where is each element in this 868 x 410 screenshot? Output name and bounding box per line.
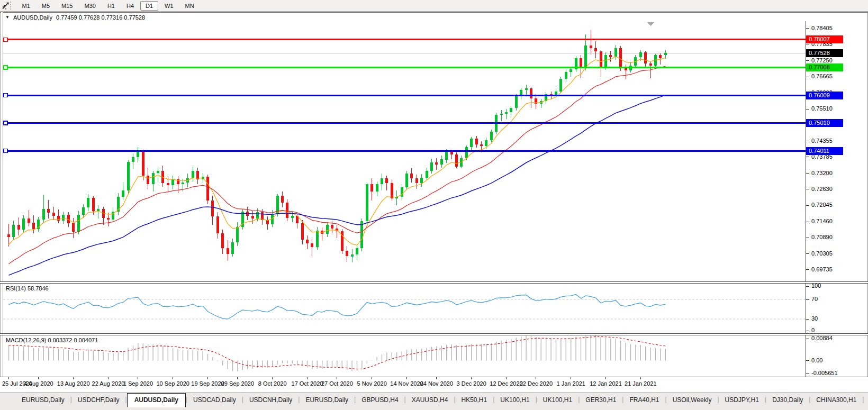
- date-label: 22 Aug 2020: [92, 380, 125, 387]
- tab-usoil[interactable]: USOil,: [864, 394, 868, 406]
- date-label: 29 Sep 2020: [221, 380, 254, 387]
- chart-shift-marker[interactable]: [647, 22, 654, 26]
- chart-symbol-label: AUDUSD,Daily: [13, 14, 52, 21]
- price-tick-label: 0.70305: [811, 250, 833, 257]
- tab-eurusd-daily[interactable]: EURUSD,Daily: [300, 394, 354, 406]
- price-tick-label: 0.70890: [811, 234, 833, 240]
- price-tick-label: 0.74355: [811, 138, 833, 144]
- date-label: 8 Oct 2020: [258, 380, 287, 387]
- horizontal-line-anchor[interactable]: [4, 66, 7, 69]
- macd-tick-label: 0.00884: [811, 335, 833, 341]
- horizontal-line-anchor[interactable]: [4, 121, 7, 125]
- toolbar-grip[interactable]: [10, 2, 13, 10]
- price-tick-label: 0.78405: [811, 25, 833, 31]
- price-tick-label: 0.77250: [811, 57, 833, 63]
- tab-audusd-daily[interactable]: AUDUSD,Daily: [127, 393, 186, 407]
- chart-tab-bar: EURUSD,Daily|USDCHF,Daily|AUDUSD,Daily|U…: [0, 392, 868, 410]
- date-label: 17 Oct 2020: [292, 380, 323, 387]
- candlesticks: [7, 30, 667, 262]
- horizontal-line-anchor[interactable]: [4, 149, 7, 153]
- tab-hk50-h1[interactable]: HK50,H1: [456, 394, 493, 406]
- tab-uk100-h1[interactable]: UK100,H1: [494, 394, 535, 406]
- date-label: 22 Dec 2020: [520, 380, 553, 387]
- chart-title-row: ▼ AUDUSD,Daily 0.77459 0.77628 0.77316 0…: [5, 14, 145, 21]
- date-label: 19 Sep 2020: [191, 380, 224, 387]
- rsi-tick-label: 100: [811, 283, 821, 289]
- main-price-chart[interactable]: [3, 21, 806, 281]
- timeframe-buttons: M1M5M15M30H1H4D1W1MN: [16, 1, 200, 11]
- tab-dj30-daily[interactable]: DJ30,Daily: [766, 394, 809, 406]
- timeframe-button-w1[interactable]: W1: [159, 1, 179, 11]
- timeframe-toolbar: ▾ M1M5M15M30H1H4D1W1MN: [0, 0, 868, 12]
- tab-ger30-h1[interactable]: GER30,H1: [580, 394, 622, 406]
- price-tick-label: 0.76665: [811, 73, 833, 79]
- price-level-label-0.74011: 0.74011: [806, 147, 843, 155]
- tab-china300-h1[interactable]: CHINA300,H1: [810, 394, 862, 406]
- tab-xauusd-h4[interactable]: XAUUSD,H4: [406, 394, 454, 406]
- horizontal-line-anchor[interactable]: [4, 94, 7, 97]
- trading-platform-window: ▾ M1M5M15M30H1H4D1W1MN ▼ AUDUSD,Daily 0.…: [0, 0, 868, 410]
- tab-eurusd-daily[interactable]: EURUSD,Daily: [16, 394, 70, 406]
- date-label: 1 Jan 2021: [556, 380, 585, 387]
- price-tick-label: 0.75510: [811, 105, 833, 112]
- chart-tool-icon: [2, 2, 10, 10]
- timeframe-button-m1[interactable]: M1: [17, 1, 35, 11]
- rsi-tick-label: 70: [811, 296, 818, 302]
- current-price-label: 0.77528: [806, 49, 843, 57]
- rsi-pane[interactable]: [3, 284, 806, 333]
- price-axis: 0.784050.778350.772500.766650.760800.755…: [806, 21, 868, 281]
- date-label: 14 Nov 2020: [390, 380, 423, 387]
- timeframe-button-mn[interactable]: MN: [180, 1, 200, 11]
- tab-fra40-h1[interactable]: FRA40,H1: [623, 394, 665, 406]
- price-tick-label: 0.72630: [811, 186, 833, 192]
- tab-usdjpy-h1[interactable]: USDJPY,H1: [719, 394, 765, 406]
- price-tick-label: 0.73200: [811, 170, 833, 176]
- tab-usoil-weekly[interactable]: USOil,Weekly: [667, 394, 718, 406]
- price-level-label-0.77008: 0.77008: [806, 63, 843, 71]
- date-label: 10 Sep 2020: [156, 380, 189, 387]
- timeframe-button-h1[interactable]: H1: [102, 1, 120, 11]
- timeframe-button-m30[interactable]: M30: [79, 1, 101, 11]
- macd-axis: 0.008840.00-0.005651: [806, 335, 868, 377]
- date-label: 12 Jan 2021: [590, 380, 622, 387]
- date-label: 5 Nov 2020: [357, 380, 387, 387]
- timeframe-button-m15[interactable]: M15: [56, 1, 78, 11]
- date-label: 1 Sep 2020: [123, 380, 153, 387]
- price-level-label-0.75010: 0.75010: [806, 119, 843, 127]
- price-level-label-0.78007: 0.78007: [806, 35, 843, 43]
- macd-indicator-label: MACD(12,26,9) 0.003372 0.004071: [6, 337, 98, 343]
- date-label: 24 Nov 2020: [420, 380, 453, 387]
- tab-usdcad-daily[interactable]: USDCAD,Daily: [187, 394, 242, 406]
- date-label: 4 Aug 2020: [24, 380, 53, 387]
- date-label: 3 Dec 2020: [457, 380, 486, 387]
- macd-tick-label: -0.005651: [811, 370, 838, 376]
- rsi-tick-label: 30: [811, 315, 818, 322]
- moving-average-slow-blue: [9, 95, 666, 276]
- rsi-tick-label: 0: [811, 327, 815, 333]
- date-axis: 25 Jul 20204 Aug 202013 Aug 202022 Aug 2…: [0, 377, 868, 392]
- price-tick-label: 0.69735: [811, 266, 833, 272]
- timeframe-button-d1[interactable]: D1: [140, 1, 158, 11]
- rsi-axis: 10070300: [806, 284, 868, 333]
- date-label: 21 Jan 2021: [625, 380, 657, 387]
- date-label: 13 Aug 2020: [57, 380, 90, 387]
- tab-usdcnh-daily[interactable]: USDCNH,Daily: [243, 394, 298, 406]
- chart-window-top-border: [0, 12, 868, 13]
- tab-usdchf-daily[interactable]: USDCHF,Daily: [72, 394, 125, 406]
- horizontal-line-anchor[interactable]: [4, 38, 7, 41]
- rsi-indicator-label: RSI(14) 58.7846: [6, 285, 49, 291]
- collapse-triangle-icon[interactable]: ▼: [5, 15, 10, 20]
- macd-pane[interactable]: [3, 335, 806, 377]
- price-level-label-0.76009: 0.76009: [806, 92, 843, 99]
- tab-uk100-h1[interactable]: UK100,H1: [537, 394, 578, 406]
- timeframe-button-m5[interactable]: M5: [37, 1, 55, 11]
- tab-gbpusd-h4[interactable]: GBPUSD,H4: [356, 394, 404, 406]
- chart-ohlc-values: 0.77459 0.77628 0.77316 0.77528: [56, 14, 145, 21]
- price-tick-label: 0.71460: [811, 218, 833, 224]
- chart-tool-button[interactable]: ▾: [0, 3, 8, 8]
- rsi-line: [9, 295, 666, 320]
- date-label: 12 Dec 2020: [490, 380, 522, 387]
- macd-tick-label: 0.00: [811, 357, 822, 363]
- date-label: 27 Oct 2020: [321, 380, 353, 387]
- timeframe-button-h4[interactable]: H4: [121, 1, 139, 11]
